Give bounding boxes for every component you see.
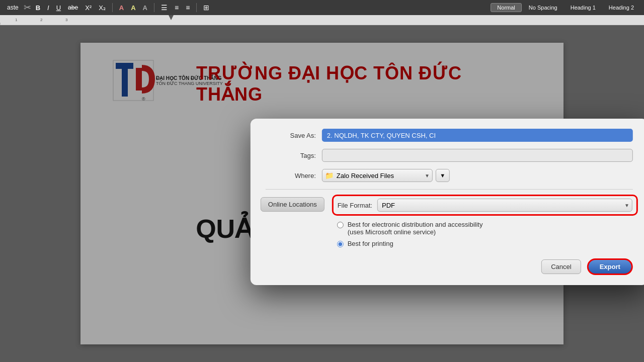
save-as-label: Save As: <box>266 132 316 139</box>
style-heading2[interactable]: Heading 2 <box>603 4 640 12</box>
where-select-wrapper: 📁 Zalo Received Files ▼ ▼ <box>322 169 450 182</box>
dialog-bottom: Online Locations File Format: PDF Word D… <box>251 195 644 251</box>
toolbar: aste ✂ B I U abe X² X₂ A A A ☰ ≡ ≡ ⊞ Nor… <box>0 0 644 15</box>
save-as-input[interactable] <box>322 129 633 142</box>
radio-printing-label: Best for printing <box>348 240 393 247</box>
radio-electronic-label: Best for electronic distribution and acc… <box>348 221 483 236</box>
align-right-btn[interactable]: ≡ <box>183 3 192 13</box>
strikethrough-btn[interactable]: abe <box>65 3 80 12</box>
underline-btn[interactable]: U <box>54 3 63 13</box>
font-color2-btn[interactable]: A <box>140 3 150 13</box>
align-left-btn[interactable]: ☰ <box>158 3 170 13</box>
file-format-select-wrapper: PDF Word Document RTF Plain Text ▼ <box>377 199 632 212</box>
file-format-select[interactable]: PDF Word Document RTF Plain Text <box>377 199 632 212</box>
tags-input[interactable] <box>322 149 633 162</box>
export-button[interactable]: Export <box>587 258 633 275</box>
format-section: File Format: PDF Word Document RTF Plain… <box>332 195 638 251</box>
tags-row: Tags: <box>266 149 633 162</box>
list-btn[interactable]: ⊞ <box>201 3 212 13</box>
separator2 <box>154 3 154 12</box>
tags-label: Tags: <box>266 152 316 159</box>
style-normal[interactable]: Normal <box>491 3 521 12</box>
where-label: Where: <box>266 172 316 179</box>
radio-electronic[interactable] <box>337 222 344 228</box>
radio-item-electronic: Best for electronic distribution and acc… <box>337 221 638 236</box>
svg-text:2: 2 <box>40 18 43 22</box>
style-heading1[interactable]: Heading 1 <box>565 4 602 12</box>
where-select[interactable]: Zalo Received Files <box>322 169 433 182</box>
expand-button[interactable]: ▼ <box>436 169 450 182</box>
ruler: 1 2 3 <box>0 15 644 25</box>
highlight-btn[interactable]: A <box>128 3 138 13</box>
italic-btn[interactable]: I <box>45 3 52 13</box>
dialog-footer: Cancel Export <box>251 251 644 275</box>
subscript-btn[interactable]: X₂ <box>96 3 108 13</box>
cancel-button[interactable]: Cancel <box>541 259 581 274</box>
file-format-row-highlighted: File Format: PDF Word Document RTF Plain… <box>332 195 638 216</box>
align-center-btn[interactable]: ≡ <box>172 3 181 13</box>
save-as-row: Save As: <box>266 129 633 142</box>
svg-text:1: 1 <box>15 18 18 22</box>
paste-btn[interactable]: aste <box>4 3 22 12</box>
where-row: Where: 📁 Zalo Received Files ▼ ▼ <box>266 169 633 182</box>
divider <box>266 189 633 190</box>
svg-text:3: 3 <box>65 18 68 22</box>
style-no-spacing[interactable]: No Spacing <box>523 4 564 12</box>
radio-item-printing: Best for printing <box>337 240 638 247</box>
online-locations-button[interactable]: Online Locations <box>261 197 325 212</box>
toolbar-icon-scissors: ✂ <box>24 2 31 13</box>
file-format-label: File Format: <box>338 202 372 209</box>
separator1 <box>112 3 113 12</box>
bold-btn[interactable]: B <box>33 3 43 13</box>
separator3 <box>196 3 197 12</box>
radio-printing[interactable] <box>337 241 344 247</box>
font-color-btn[interactable]: A <box>117 3 126 13</box>
export-dialog: Save As: Tags: Where: 📁 Zalo Received Fi… <box>251 119 644 285</box>
svg-marker-4 <box>169 15 174 20</box>
where-select-container: 📁 Zalo Received Files ▼ <box>322 169 433 182</box>
toolbar-left: aste ✂ B I U abe X² X₂ A A A ☰ ≡ ≡ ⊞ <box>4 2 212 13</box>
document-background: ® ĐẠI HỌC TÔN ĐỨC THẮNG TÔN ĐỨC THANG UN… <box>0 25 644 362</box>
superscript-btn[interactable]: X² <box>83 3 94 13</box>
toolbar-right: Normal No Spacing Heading 1 Heading 2 <box>491 3 640 12</box>
radio-group: Best for electronic distribution and acc… <box>337 221 638 247</box>
